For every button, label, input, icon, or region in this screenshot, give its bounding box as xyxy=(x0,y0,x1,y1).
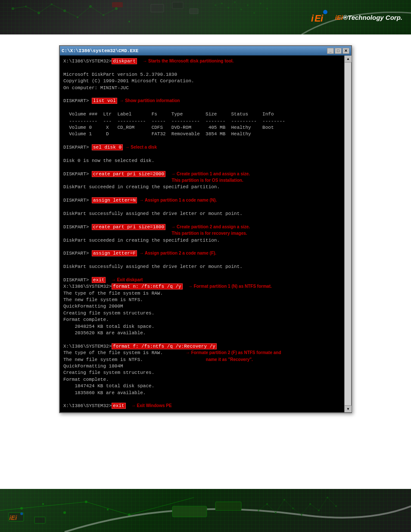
cmd-minimize-btn[interactable]: _ xyxy=(327,48,334,54)
svg-rect-18 xyxy=(112,2,123,7)
svg-point-9 xyxy=(128,21,130,22)
svg-line-16 xyxy=(90,6,103,15)
cmd-window: C:\X:\I386\system32\CMD.EXE _ □ ✕ X:\I38… xyxy=(59,45,352,413)
svg-point-28 xyxy=(253,12,255,14)
cmd-body-wrapper: X:\I386\SYSTEM32>diskpart → Starts the M… xyxy=(60,56,351,412)
svg-line-64 xyxy=(276,500,284,513)
svg-line-11 xyxy=(26,6,39,13)
iei-logo-icon: i E i xyxy=(310,9,332,26)
svg-line-70 xyxy=(327,498,336,506)
svg-point-27 xyxy=(247,4,249,6)
svg-rect-19 xyxy=(151,4,164,12)
svg-line-17 xyxy=(103,9,116,15)
svg-line-40 xyxy=(86,502,129,515)
footer-logo-icon: iEi xyxy=(9,511,26,524)
scroll-down-btn[interactable]: ▼ xyxy=(345,405,352,412)
svg-line-33 xyxy=(228,2,235,8)
svg-point-35 xyxy=(323,10,327,14)
cmd-maximize-btn[interactable]: □ xyxy=(335,48,342,54)
main-content: C:\X:\I386\system32\CMD.EXE _ □ ✕ X:\I38… xyxy=(0,34,411,424)
svg-line-68 xyxy=(310,504,319,510)
cmd-wrapper: C:\X:\I386\system32\CMD.EXE _ □ ✕ X:\I38… xyxy=(22,45,389,413)
svg-point-45 xyxy=(85,501,87,503)
footer-bar: iEi xyxy=(0,489,411,532)
svg-point-43 xyxy=(42,503,44,505)
cmd-close-btn[interactable]: ✕ xyxy=(342,48,349,54)
svg-text:i: i xyxy=(311,13,314,24)
cmd-window-buttons: _ □ ✕ xyxy=(327,48,349,54)
svg-line-65 xyxy=(284,500,293,508)
svg-line-15 xyxy=(78,6,90,17)
svg-rect-21 xyxy=(190,9,198,14)
cmd-body: X:\I386\SYSTEM32>diskpart → Starts the M… xyxy=(60,56,344,412)
svg-point-29 xyxy=(260,3,262,4)
cmd-scrollbar[interactable]: ▲ ▼ xyxy=(344,56,351,412)
svg-point-71 xyxy=(20,512,23,515)
svg-line-12 xyxy=(39,4,52,13)
svg-line-34 xyxy=(235,2,241,9)
svg-line-10 xyxy=(13,6,26,9)
svg-point-44 xyxy=(63,511,66,514)
svg-rect-49 xyxy=(34,517,45,523)
svg-text:iEi: iEi xyxy=(9,514,18,521)
svg-line-32 xyxy=(222,3,228,8)
footer-logo: iEi xyxy=(9,511,26,526)
svg-rect-50 xyxy=(172,506,207,517)
svg-line-69 xyxy=(319,498,327,510)
cmd-content: X:\I386\SYSTEM32>diskpart → Starts the M… xyxy=(63,58,341,410)
svg-line-14 xyxy=(65,11,78,17)
svg-line-31 xyxy=(215,3,222,5)
svg-rect-20 xyxy=(172,2,183,9)
header-bar: i E i iEi®Technology Corp. xyxy=(0,0,411,34)
svg-point-46 xyxy=(107,509,109,510)
svg-line-67 xyxy=(302,504,310,515)
footer-circuit-svg xyxy=(0,489,411,532)
logo-area: i E i iEi®Technology Corp. xyxy=(310,9,402,26)
svg-text:i: i xyxy=(321,13,324,24)
scroll-up-btn[interactable]: ▲ xyxy=(345,56,352,62)
svg-line-62 xyxy=(258,504,267,510)
logo-text: iEi®Technology Corp. xyxy=(335,14,402,21)
svg-point-30 xyxy=(266,8,268,9)
svg-line-13 xyxy=(52,4,65,11)
svg-point-42 xyxy=(20,507,23,510)
svg-rect-51 xyxy=(215,502,241,510)
scroll-track xyxy=(345,62,351,405)
cmd-titlebar: C:\X:\I386\system32\CMD.EXE _ □ ✕ xyxy=(60,46,351,56)
cmd-title-text: C:\X:\I386\system32\CMD.EXE xyxy=(62,48,138,53)
